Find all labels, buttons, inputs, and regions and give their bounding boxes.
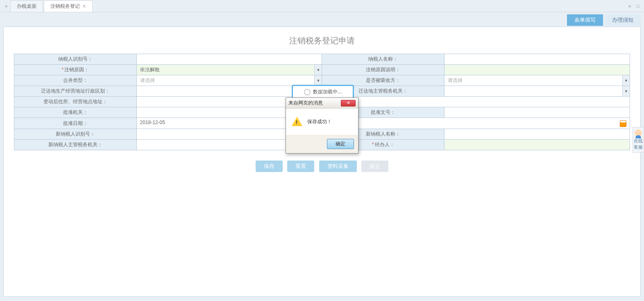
value-taxpayer-id: [136, 54, 322, 65]
submit-button[interactable]: 提交: [361, 161, 388, 172]
label-absorbed: 是否被吸收方：: [322, 75, 444, 86]
sub-tabs: 表单填写 办理须知: [3, 14, 641, 26]
tab-nav-right[interactable]: »: [626, 3, 634, 9]
chevron-down-icon: ▼: [314, 65, 322, 75]
ok-button[interactable]: 确定: [327, 139, 354, 149]
sub-tab-notice[interactable]: 办理须知: [605, 14, 641, 26]
dialog-title: 来自网页的消息: [288, 100, 323, 106]
online-help[interactable]: 在线客服: [633, 127, 644, 153]
input-new-taxpayer-name[interactable]: [444, 129, 630, 140]
label-taxpayer-name: 纳税人名称：: [322, 54, 444, 65]
input-operator[interactable]: [444, 140, 630, 150]
dialog-message: 保存成功！: [307, 118, 332, 125]
dialog-titlebar: 来自网页的消息 ✕: [286, 98, 358, 109]
content-area: 表单填写 办理须知 注销税务登记申请 纳税人识别号： 纳税人名称： *注销原因：…: [0, 12, 644, 301]
dialog-body: 保存成功！: [286, 109, 358, 135]
sub-tab-form-fill[interactable]: 表单填写: [567, 14, 603, 26]
chevron-down-icon: ▼: [314, 75, 322, 86]
tab-label: 办税桌面: [17, 0, 36, 12]
select-absorbed[interactable]: 请选择 ▼: [444, 75, 630, 86]
chevron-down-icon: ▼: [622, 75, 630, 86]
spinner-icon: [304, 89, 311, 95]
label-changed-addr: 变动后住所、经营地点地址：: [14, 97, 137, 107]
label-approval-date: 批准日期：: [14, 118, 137, 129]
message-dialog: 来自网页的消息 ✕ 保存成功！ 确定: [286, 97, 358, 154]
label-cancel-reason: *注销原因：: [14, 65, 137, 75]
select-merge-type[interactable]: 请选择 ▼: [136, 75, 322, 86]
tab-close-all[interactable]: □: [634, 3, 642, 9]
avatar-icon: [635, 129, 642, 137]
input-changed-addr[interactable]: [136, 97, 630, 107]
form-panel: 注销税务登记申请 纳税人识别号： 纳税人名称： *注销原因： 依法解散 ▼ 注销…: [3, 27, 641, 297]
page-title: 注销税务登记申请: [14, 35, 630, 46]
label-approval-org: 批准机关：: [14, 107, 137, 118]
collect-button[interactable]: 资料采集: [319, 161, 357, 172]
label-move-region: 迁达地生产经营地址行政区划：: [14, 86, 137, 97]
close-icon[interactable]: ✕: [82, 0, 86, 12]
save-button[interactable]: 保存: [256, 161, 283, 172]
label-new-taxpayer-id: 新纳税人识别号：: [14, 129, 137, 140]
loading-toast: 数据加载中...: [292, 85, 354, 99]
chevron-down-icon: ▼: [622, 86, 630, 96]
dialog-footer: 确定: [286, 135, 358, 153]
select-move-authority[interactable]: ▼: [444, 86, 630, 97]
value-taxpayer-name: [444, 54, 630, 65]
input-cancel-reason-desc[interactable]: [444, 65, 630, 75]
tab-bar: « 办税桌面 注销税务登记 ✕ » □: [0, 0, 644, 12]
button-row: 保存 重置 资料采集 提交: [14, 161, 630, 172]
dialog-close-button[interactable]: ✕: [341, 100, 356, 106]
reset-button[interactable]: 重置: [287, 161, 314, 172]
calendar-icon[interactable]: [620, 120, 626, 127]
label-merge-type: 合并类型：: [14, 75, 137, 86]
warning-icon: [292, 117, 302, 127]
input-approval-date[interactable]: 2018-12-05: [136, 118, 630, 129]
input-approval-no[interactable]: [444, 107, 630, 118]
tab-desktop[interactable]: 办税桌面: [10, 0, 43, 12]
label-new-authority: 新纳税人主管税务机关：: [14, 140, 137, 150]
select-cancel-reason[interactable]: 依法解散 ▼: [136, 65, 322, 75]
tab-cancel-registration[interactable]: 注销税务登记 ✕: [44, 0, 93, 12]
label-cancel-reason-desc: 注销原因说明：: [322, 65, 444, 75]
tab-nav-left[interactable]: «: [2, 3, 10, 9]
tab-label: 注销税务登记: [50, 0, 80, 12]
label-taxpayer-id: 纳税人识别号：: [14, 54, 137, 65]
